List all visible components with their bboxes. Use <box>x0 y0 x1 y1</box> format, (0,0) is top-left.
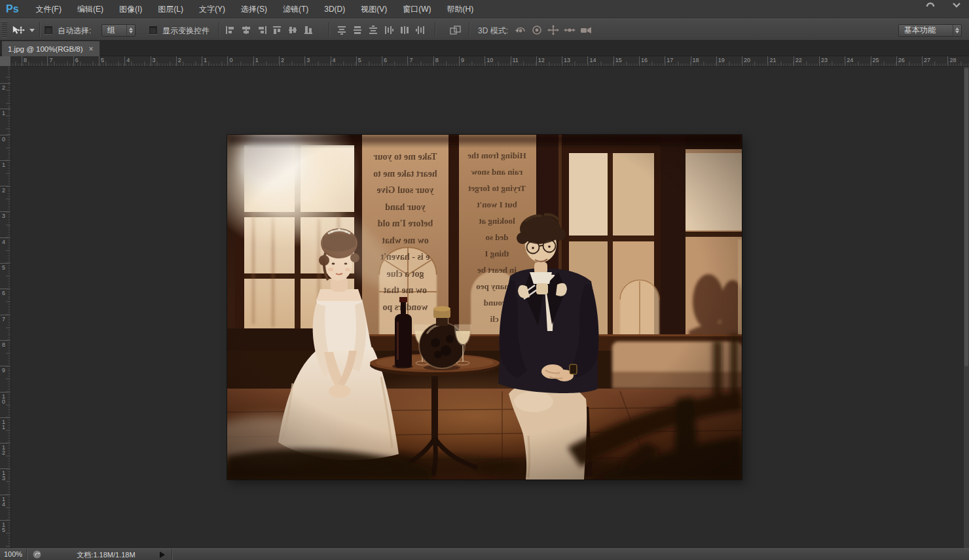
align-vertical-centers-icon[interactable] <box>287 25 300 35</box>
workspace-switcher[interactable]: 基本功能 <box>898 24 962 37</box>
ruler-major-tick <box>0 211 10 212</box>
scale-3d-object-icon[interactable] <box>579 25 593 35</box>
ruler-label: 2 <box>281 57 284 63</box>
vertical-scrollbar[interactable] <box>963 67 969 548</box>
auto-select-target-dropdown[interactable]: 组 <box>101 24 136 37</box>
ruler-label: 25 <box>873 57 879 63</box>
show-transform-label: 显示变换控件 <box>162 26 210 37</box>
ruler-major-tick <box>0 315 10 315</box>
ruler-major-tick <box>0 109 10 109</box>
ruler-major-tick <box>0 366 10 366</box>
ruler-label: 6 <box>384 57 387 63</box>
move-tool-icon[interactable] <box>12 25 25 35</box>
auto-select-target-value: 组 <box>107 25 115 36</box>
menu-item[interactable]: 3D(D) <box>318 0 351 18</box>
tool-preset-dropdown-arrow[interactable] <box>29 25 35 35</box>
ruler-corner[interactable] <box>0 56 11 67</box>
menu-item[interactable]: 图像(I) <box>113 0 148 18</box>
ruler-major-tick <box>767 56 768 66</box>
separator <box>26 549 27 560</box>
ruler-label: 3 <box>306 57 310 63</box>
menu-item[interactable]: 文件(F) <box>30 0 67 18</box>
ruler-major-tick <box>819 56 820 66</box>
menu-item[interactable]: 图层(L) <box>152 0 189 18</box>
ruler-major-tick <box>922 56 923 66</box>
document-tab[interactable]: 1.jpg @ 100%(RGB/8) × <box>1 41 100 56</box>
dropdown-spinner-icon <box>953 25 961 36</box>
menu-item[interactable]: 帮助(H) <box>441 0 480 18</box>
restore-window-icon[interactable] <box>926 1 935 8</box>
menu-item[interactable]: 编辑(E) <box>71 0 109 18</box>
document-tab-bar: 1.jpg @ 100%(RGB/8) × <box>0 41 969 56</box>
ruler-major-tick <box>0 135 10 135</box>
ruler-label: 7 <box>49 57 52 63</box>
ruler-label: 11 <box>2 419 5 430</box>
collapse-window-icon[interactable] <box>952 1 961 8</box>
ruler-label: 12 <box>2 445 5 455</box>
ruler-label: 2 <box>2 85 5 90</box>
menu-item[interactable]: 文字(Y) <box>193 0 231 18</box>
distribute-top-edges-icon[interactable] <box>335 25 348 35</box>
menu-item[interactable]: 滤镜(T) <box>277 0 314 18</box>
tab-close-icon[interactable]: × <box>89 45 94 53</box>
ruler-label: 24 <box>847 57 853 63</box>
roll-3d-object-icon[interactable] <box>530 25 543 35</box>
ruler-label: 0 <box>229 57 232 63</box>
menu-bar: Ps 文件(F)编辑(E)图像(I)图层(L)文字(Y)选择(S)滤镜(T)3D… <box>0 0 969 18</box>
ruler-label: 2 <box>2 188 5 193</box>
ruler-major-tick <box>22 56 22 66</box>
ruler-label: 8 <box>2 342 5 347</box>
distribute-horizontal-centers-icon[interactable] <box>398 25 411 35</box>
auto-select-checkbox[interactable] <box>45 26 52 34</box>
menu-item[interactable]: 窗口(W) <box>397 0 437 18</box>
menu-item[interactable]: 选择(S) <box>235 0 273 18</box>
menu-item[interactable]: 视图(V) <box>355 0 393 18</box>
auto-align-layers-icon[interactable] <box>449 25 462 35</box>
align-right-edges-icon[interactable] <box>255 25 268 35</box>
ruler-major-tick <box>279 56 280 66</box>
align-top-edges-icon[interactable] <box>271 25 284 35</box>
ruler-major-tick <box>202 56 202 66</box>
menu-items: 文件(F)编辑(E)图像(I)图层(L)文字(Y)选择(S)滤镜(T)3D(D)… <box>28 0 482 18</box>
ruler-label: 7 <box>2 317 5 322</box>
ruler-major-tick <box>871 56 871 66</box>
ruler-label: 13 <box>564 57 570 63</box>
distribute-bottom-edges-icon[interactable] <box>367 25 380 35</box>
distribute-left-edges-icon[interactable] <box>382 25 395 35</box>
ruler-major-tick <box>304 56 305 66</box>
canvas-pasteboard[interactable]: Take me to yourheart take me toyour soul… <box>11 67 964 548</box>
ruler-label: 14 <box>589 57 596 63</box>
ruler-label: 27 <box>924 57 930 63</box>
ruler-label: 9 <box>461 57 464 63</box>
ruler-major-tick <box>562 56 562 66</box>
scrollbar-thumb[interactable] <box>964 68 968 366</box>
ruler-label: 22 <box>795 57 802 63</box>
ruler-major-tick <box>511 56 511 66</box>
ruler-major-tick <box>0 263 10 264</box>
ruler-major-tick <box>227 56 228 66</box>
status-popup-arrow-icon[interactable] <box>160 551 165 558</box>
show-transform-checkbox[interactable] <box>149 26 157 34</box>
adobe-drive-icon[interactable] <box>33 550 41 560</box>
horizontal-ruler[interactable]: 8765432101234567891011121314151617181920… <box>11 56 969 67</box>
zoom-level-field[interactable]: 100% <box>4 550 22 558</box>
options-bar-grip[interactable] <box>2 22 7 38</box>
ruler-major-tick <box>716 56 717 66</box>
wedding-photo: Take me to yourheart take me toyour soul… <box>227 135 742 480</box>
distribute-right-edges-icon[interactable] <box>414 25 427 35</box>
rotate-3d-object-icon[interactable] <box>514 25 527 35</box>
vertical-ruler[interactable]: 210123456789101112131415 <box>0 67 11 548</box>
ruler-major-tick <box>742 56 742 66</box>
ruler-label: 14 <box>2 497 5 507</box>
document-info-field[interactable]: 文档:1.18M/1.18M <box>43 549 169 560</box>
align-bottom-edges-icon[interactable] <box>302 25 316 35</box>
ruler-label: 4 <box>2 239 5 245</box>
distribute-vertical-centers-icon[interactable] <box>351 25 364 35</box>
document-image[interactable]: Take me to yourheart take me toyour soul… <box>227 135 742 480</box>
ruler-major-tick <box>845 56 845 66</box>
drag-3d-object-icon[interactable] <box>547 25 560 35</box>
slide-3d-object-icon[interactable] <box>563 25 576 35</box>
align-left-edges-icon[interactable] <box>224 25 237 35</box>
align-horizontal-centers-icon[interactable] <box>240 25 253 35</box>
ruler-major-tick <box>0 495 10 495</box>
